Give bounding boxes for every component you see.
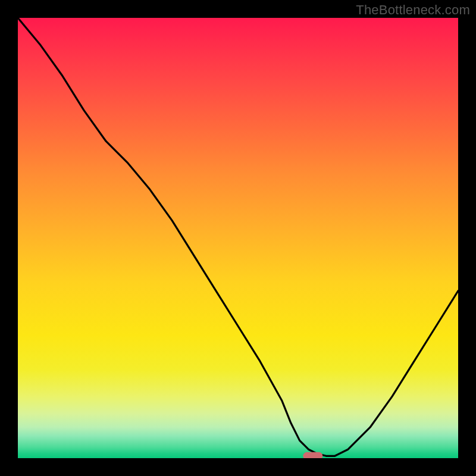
plot-area [18,18,458,458]
watermark-text: TheBottleneck.com [356,2,470,18]
minimum-marker [303,452,322,458]
chart-frame: TheBottleneck.com [0,0,476,476]
bottleneck-curve [18,18,458,456]
chart-svg [18,18,458,458]
